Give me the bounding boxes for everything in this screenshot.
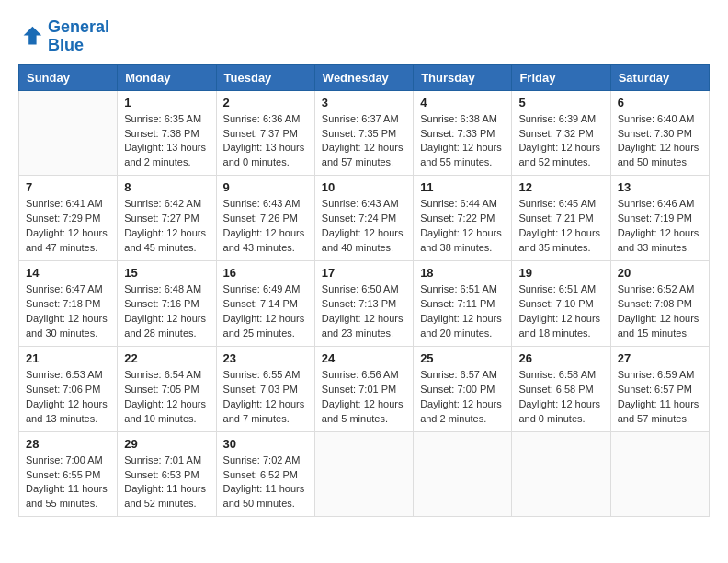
day-number: 12 — [518, 180, 603, 194]
day-number: 11 — [420, 180, 505, 194]
calendar-table: SundayMondayTuesdayWednesdayThursdayFrid… — [18, 64, 710, 518]
day-info: Sunrise: 6:51 AMSunset: 7:10 PMDaylight:… — [518, 282, 603, 341]
day-info: Sunrise: 7:02 AMSunset: 6:52 PMDaylight:… — [223, 454, 308, 512]
calendar-cell: 25 Sunrise: 6:57 AMSunset: 7:00 PMDaylig… — [414, 346, 512, 431]
calendar-cell: 16 Sunrise: 6:49 AMSunset: 7:14 PMDaylig… — [216, 261, 314, 347]
day-number: 5 — [518, 96, 603, 109]
day-info: Sunrise: 6:57 AMSunset: 7:00 PMDaylight:… — [420, 368, 505, 427]
day-number: 16 — [223, 266, 308, 280]
day-number: 25 — [420, 351, 505, 365]
day-number: 13 — [618, 180, 702, 194]
calendar-cell: 19 Sunrise: 6:51 AMSunset: 7:10 PMDaylig… — [512, 261, 610, 347]
day-info: Sunrise: 6:36 AMSunset: 7:37 PMDaylight:… — [223, 112, 308, 171]
day-info: Sunrise: 6:41 AMSunset: 7:29 PMDaylight:… — [26, 197, 110, 256]
calendar-cell — [19, 90, 118, 176]
day-info: Sunrise: 6:50 AMSunset: 7:13 PMDaylight:… — [322, 282, 406, 341]
day-info: Sunrise: 6:48 AMSunset: 7:16 PMDaylight:… — [124, 282, 209, 341]
day-number: 17 — [322, 266, 406, 280]
calendar-cell: 23 Sunrise: 6:55 AMSunset: 7:03 PMDaylig… — [216, 346, 314, 431]
day-number: 10 — [322, 180, 406, 194]
day-info: Sunrise: 6:40 AMSunset: 7:30 PMDaylight:… — [618, 112, 702, 171]
calendar-cell: 7 Sunrise: 6:41 AMSunset: 7:29 PMDayligh… — [19, 176, 118, 261]
weekday-header: Saturday — [610, 64, 709, 90]
day-info: Sunrise: 6:54 AMSunset: 7:05 PMDaylight:… — [124, 368, 209, 427]
day-number: 19 — [518, 266, 603, 280]
calendar-cell: 9 Sunrise: 6:43 AMSunset: 7:26 PMDayligh… — [216, 176, 314, 261]
day-info: Sunrise: 6:37 AMSunset: 7:35 PMDaylight:… — [322, 112, 406, 171]
day-info: Sunrise: 6:51 AMSunset: 7:11 PMDaylight:… — [420, 282, 505, 341]
calendar-cell: 10 Sunrise: 6:43 AMSunset: 7:24 PMDaylig… — [314, 176, 413, 261]
day-number: 28 — [26, 437, 110, 451]
calendar-cell: 6 Sunrise: 6:40 AMSunset: 7:30 PMDayligh… — [610, 90, 709, 176]
calendar-cell: 26 Sunrise: 6:58 AMSunset: 6:58 PMDaylig… — [512, 346, 610, 431]
day-number: 1 — [124, 96, 209, 109]
day-info: Sunrise: 6:46 AMSunset: 7:19 PMDaylight:… — [618, 197, 702, 256]
day-info: Sunrise: 6:49 AMSunset: 7:14 PMDaylight:… — [223, 282, 308, 341]
calendar-cell: 24 Sunrise: 6:56 AMSunset: 7:01 PMDaylig… — [314, 346, 413, 431]
calendar-cell: 15 Sunrise: 6:48 AMSunset: 7:16 PMDaylig… — [118, 261, 216, 347]
calendar-week-row: 7 Sunrise: 6:41 AMSunset: 7:29 PMDayligh… — [19, 176, 710, 261]
day-number: 22 — [124, 351, 209, 365]
day-info: Sunrise: 6:59 AMSunset: 6:57 PMDaylight:… — [618, 368, 702, 427]
day-info: Sunrise: 6:39 AMSunset: 7:32 PMDaylight:… — [518, 112, 603, 171]
page-header: General Blue — [18, 18, 710, 55]
day-number: 6 — [618, 96, 702, 109]
weekday-header: Sunday — [19, 64, 118, 90]
day-number: 29 — [124, 437, 209, 451]
day-number: 23 — [223, 351, 308, 365]
day-number: 14 — [26, 266, 110, 280]
calendar-cell: 1 Sunrise: 6:35 AMSunset: 7:38 PMDayligh… — [118, 90, 216, 176]
calendar-cell: 17 Sunrise: 6:50 AMSunset: 7:13 PMDaylig… — [314, 261, 413, 347]
calendar-cell — [314, 431, 413, 517]
day-number: 26 — [518, 351, 603, 365]
day-info: Sunrise: 6:58 AMSunset: 6:58 PMDaylight:… — [518, 368, 603, 427]
day-info: Sunrise: 7:01 AMSunset: 6:53 PMDaylight:… — [124, 454, 209, 512]
day-number: 7 — [26, 180, 110, 194]
calendar-cell: 13 Sunrise: 6:46 AMSunset: 7:19 PMDaylig… — [610, 176, 709, 261]
calendar-cell: 28 Sunrise: 7:00 AMSunset: 6:55 PMDaylig… — [19, 431, 118, 517]
day-info: Sunrise: 6:42 AMSunset: 7:27 PMDaylight:… — [124, 197, 209, 256]
calendar-cell: 29 Sunrise: 7:01 AMSunset: 6:53 PMDaylig… — [118, 431, 216, 517]
calendar-week-row: 1 Sunrise: 6:35 AMSunset: 7:38 PMDayligh… — [19, 90, 710, 176]
svg-marker-0 — [24, 27, 42, 45]
day-number: 9 — [223, 180, 308, 194]
day-info: Sunrise: 6:47 AMSunset: 7:18 PMDaylight:… — [26, 282, 110, 341]
logo-text: General Blue — [48, 18, 109, 55]
day-number: 15 — [124, 266, 209, 280]
day-info: Sunrise: 6:56 AMSunset: 7:01 PMDaylight:… — [322, 368, 406, 427]
day-info: Sunrise: 6:53 AMSunset: 7:06 PMDaylight:… — [26, 368, 110, 427]
calendar-cell: 27 Sunrise: 6:59 AMSunset: 6:57 PMDaylig… — [610, 346, 709, 431]
calendar-cell — [610, 431, 709, 517]
calendar-cell — [512, 431, 610, 517]
day-info: Sunrise: 6:45 AMSunset: 7:21 PMDaylight:… — [518, 197, 603, 256]
weekday-header: Friday — [512, 64, 610, 90]
day-number: 8 — [124, 180, 209, 194]
day-number: 20 — [618, 266, 702, 280]
day-info: Sunrise: 6:52 AMSunset: 7:08 PMDaylight:… — [618, 282, 702, 341]
day-info: Sunrise: 6:43 AMSunset: 7:24 PMDaylight:… — [322, 197, 406, 256]
calendar-week-row: 28 Sunrise: 7:00 AMSunset: 6:55 PMDaylig… — [19, 431, 710, 517]
day-number: 2 — [223, 96, 308, 109]
calendar-cell: 14 Sunrise: 6:47 AMSunset: 7:18 PMDaylig… — [19, 261, 118, 347]
calendar-cell: 3 Sunrise: 6:37 AMSunset: 7:35 PMDayligh… — [314, 90, 413, 176]
logo-icon — [18, 24, 44, 50]
weekday-header: Tuesday — [216, 64, 314, 90]
day-info: Sunrise: 6:43 AMSunset: 7:26 PMDaylight:… — [223, 197, 308, 256]
calendar-cell: 20 Sunrise: 6:52 AMSunset: 7:08 PMDaylig… — [610, 261, 709, 347]
weekday-header: Wednesday — [314, 64, 413, 90]
weekday-header: Monday — [118, 64, 216, 90]
calendar-cell: 22 Sunrise: 6:54 AMSunset: 7:05 PMDaylig… — [118, 346, 216, 431]
weekday-header: Thursday — [414, 64, 512, 90]
calendar-cell: 5 Sunrise: 6:39 AMSunset: 7:32 PMDayligh… — [512, 90, 610, 176]
logo: General Blue — [18, 18, 109, 55]
day-number: 18 — [420, 266, 505, 280]
day-number: 3 — [322, 96, 406, 109]
calendar-week-row: 21 Sunrise: 6:53 AMSunset: 7:06 PMDaylig… — [19, 346, 710, 431]
calendar-header-row: SundayMondayTuesdayWednesdayThursdayFrid… — [19, 64, 710, 90]
day-info: Sunrise: 6:44 AMSunset: 7:22 PMDaylight:… — [420, 197, 505, 256]
calendar-cell: 11 Sunrise: 6:44 AMSunset: 7:22 PMDaylig… — [414, 176, 512, 261]
day-info: Sunrise: 6:35 AMSunset: 7:38 PMDaylight:… — [124, 112, 209, 171]
day-info: Sunrise: 6:55 AMSunset: 7:03 PMDaylight:… — [223, 368, 308, 427]
calendar-cell: 12 Sunrise: 6:45 AMSunset: 7:21 PMDaylig… — [512, 176, 610, 261]
calendar-cell: 18 Sunrise: 6:51 AMSunset: 7:11 PMDaylig… — [414, 261, 512, 347]
